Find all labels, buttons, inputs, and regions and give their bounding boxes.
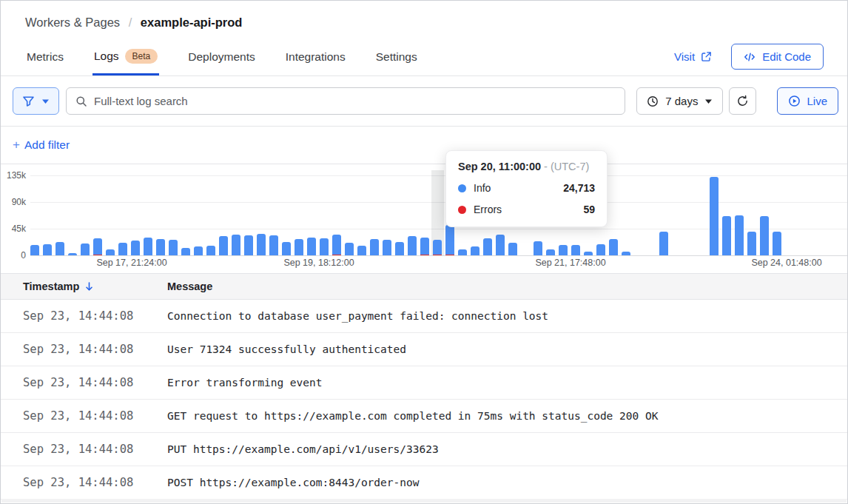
chart-bar[interactable]	[332, 172, 341, 255]
chart-bar[interactable]	[219, 172, 228, 255]
log-row[interactable]: Sep 23, 14:44:08 Error transforming even…	[1, 366, 847, 400]
bar-info-segment	[131, 241, 140, 255]
log-message: User 71324 successfully authenticated	[167, 343, 847, 355]
chart-bar[interactable]	[320, 172, 329, 255]
chart-bar[interactable]	[106, 172, 115, 255]
time-range-button[interactable]: 7 days	[636, 87, 723, 115]
bar-info-segment	[508, 243, 517, 255]
chart-bar[interactable]	[420, 172, 429, 255]
chart-bar[interactable]	[118, 172, 127, 255]
tooltip-info-row: Info 24,713	[458, 182, 595, 194]
log-message: Connection to database user_payment fail…	[167, 310, 847, 322]
tooltip-info-label: Info	[474, 182, 491, 194]
bar-info-segment	[609, 239, 618, 255]
chart-bar[interactable]	[43, 172, 52, 255]
chart-bar[interactable]	[357, 172, 366, 255]
log-row[interactable]: Sep 23, 14:44:08 POST https://example.co…	[1, 466, 847, 500]
chart-bar[interactable]	[710, 172, 719, 255]
tab-integrations[interactable]: Integrations	[284, 50, 347, 75]
chart-bar[interactable]	[156, 172, 165, 255]
tooltip-timezone: - (UTC-7)	[544, 161, 589, 172]
x-tick-label: Sep 19, 18:12:00	[283, 258, 354, 268]
chart-bar[interactable]	[93, 172, 102, 255]
add-filter-button[interactable]: + Add filter	[13, 138, 70, 152]
chart-bar[interactable]	[68, 172, 77, 255]
bottom-scroll-strip	[1, 499, 847, 503]
chart-bar[interactable]	[269, 172, 278, 255]
log-row[interactable]: Sep 23, 14:44:08 Connection to database …	[1, 300, 847, 333]
chart-bar[interactable]	[169, 172, 178, 255]
chart-bar[interactable]	[747, 172, 756, 255]
log-table-body: Sep 23, 14:44:08 Connection to database …	[1, 300, 847, 500]
chart-bar[interactable]	[773, 172, 781, 255]
filter-dropdown-button[interactable]	[13, 87, 59, 115]
chart-bar[interactable]	[345, 172, 354, 255]
chart-bar[interactable]	[55, 172, 64, 255]
chart-bars[interactable]	[30, 172, 785, 255]
breadcrumb-section[interactable]: Workers & Pages	[25, 16, 120, 29]
chart-bar[interactable]	[244, 172, 253, 255]
bar-info-segment	[357, 246, 366, 255]
chart-bar[interactable]	[634, 172, 643, 255]
chart-bar[interactable]	[144, 172, 152, 255]
log-volume-chart: 135k90k45k0 Sep 17, 21:24:00Sep 19, 18:1…	[1, 164, 847, 273]
bar-info-segment	[320, 238, 329, 255]
visit-link[interactable]: Visit	[674, 50, 712, 63]
bar-info-segment	[345, 243, 354, 255]
log-message: POST https://example.com:8443/order-now	[167, 477, 847, 488]
log-row[interactable]: Sep 23, 14:44:08 PUT https://example.com…	[1, 433, 847, 466]
live-button[interactable]: Live	[777, 87, 838, 115]
log-table-header: Timestamp Message	[1, 274, 847, 300]
chart-bar[interactable]	[395, 172, 404, 255]
bar-info-segment	[395, 242, 404, 255]
chart-bar[interactable]	[232, 172, 240, 255]
log-row[interactable]: Sep 23, 14:44:08 GET request to https://…	[1, 400, 847, 433]
tab-label: Integrations	[286, 50, 346, 64]
chart-bar[interactable]	[181, 172, 190, 255]
search-input[interactable]	[94, 95, 616, 107]
chart-bar[interactable]	[760, 172, 769, 255]
chart-bar[interactable]	[735, 172, 744, 255]
refresh-button[interactable]	[729, 87, 756, 115]
chart-bar[interactable]	[647, 172, 656, 255]
chart-bar[interactable]	[257, 172, 266, 255]
tab-metrics[interactable]: Metrics	[25, 50, 65, 75]
chart-bar[interactable]	[659, 172, 668, 255]
log-row[interactable]: Sep 23, 14:44:08 User 71324 successfully…	[1, 333, 847, 366]
bar-info-segment	[534, 241, 542, 255]
chart-bar[interactable]	[684, 172, 693, 255]
chart-bar[interactable]	[722, 172, 731, 255]
chart-bar[interactable]	[408, 172, 417, 255]
chart-bar[interactable]	[383, 172, 391, 255]
chart-bar[interactable]	[194, 172, 203, 255]
tab-bar: Metrics Logs Beta Deployments Integratio…	[1, 44, 847, 76]
code-icon	[744, 52, 756, 62]
chart-bar[interactable]	[206, 172, 215, 255]
chart-bar[interactable]	[307, 172, 316, 255]
tab-logs[interactable]: Logs Beta	[92, 49, 159, 75]
chart-bar[interactable]	[30, 172, 39, 255]
chart-bar[interactable]	[697, 172, 706, 255]
sort-descending-icon[interactable]	[84, 281, 94, 292]
info-dot-icon	[458, 184, 466, 192]
chart-bar[interactable]	[609, 172, 618, 255]
chart-bar[interactable]	[370, 172, 379, 255]
chart-bar[interactable]	[672, 172, 681, 255]
tab-deployments[interactable]: Deployments	[186, 50, 256, 75]
chart-bar[interactable]	[295, 172, 303, 255]
bar-info-segment	[68, 253, 77, 255]
chart-bar[interactable]	[282, 172, 291, 255]
header-actions: Visit Edit Code	[674, 44, 824, 75]
bar-info-segment	[408, 236, 417, 255]
tab-settings[interactable]: Settings	[374, 50, 419, 75]
chart-bar[interactable]	[81, 172, 90, 255]
edit-code-button[interactable]: Edit Code	[731, 44, 824, 70]
log-timestamp: Sep 23, 14:44:08	[23, 409, 133, 423]
bar-errors-segment	[445, 255, 454, 256]
bar-info-segment	[596, 244, 605, 255]
tooltip-timestamp: Sep 20, 11:00:00	[458, 161, 541, 172]
timestamp-column-header[interactable]: Timestamp	[23, 280, 167, 292]
chart-bar[interactable]	[433, 172, 442, 255]
chart-bar[interactable]	[622, 172, 630, 255]
chart-bar[interactable]	[131, 172, 140, 255]
